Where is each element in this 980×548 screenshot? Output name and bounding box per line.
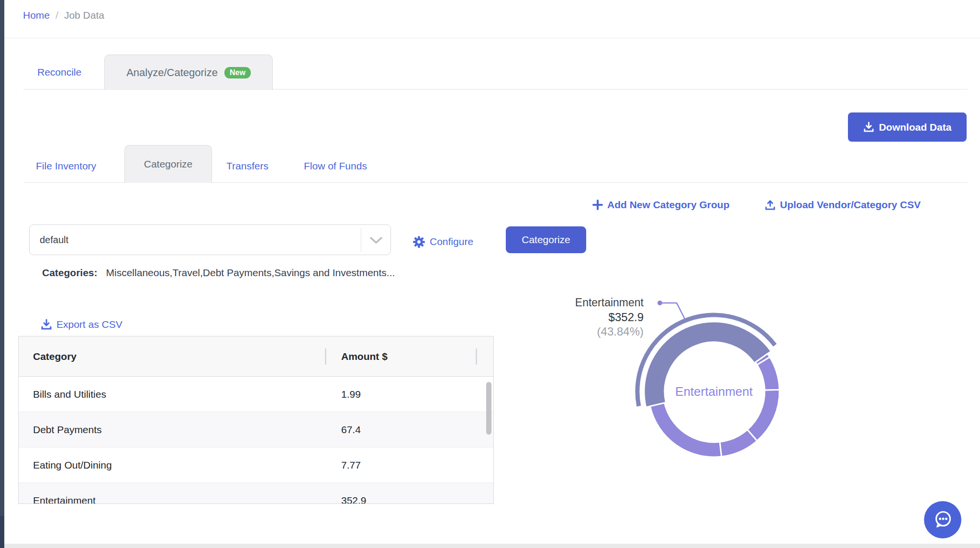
cell-category: Entertainment (33, 483, 96, 504)
callout-leader-dot (657, 301, 662, 305)
add-new-category-group-link[interactable]: Add New Category Group (592, 196, 730, 213)
cell-category: Bills and Utilities (33, 377, 106, 412)
tab-analyze-categorize[interactable]: Analyze/Categorize New (104, 55, 273, 90)
callout-segment-percent: (43.84%) (597, 325, 644, 338)
categorize-button[interactable]: Categorize (506, 226, 586, 253)
column-resize-handle[interactable] (476, 348, 477, 365)
chat-bubble-icon (932, 509, 953, 530)
table-row: Debt Payments67.4 (19, 412, 493, 447)
download-data-button[interactable]: Download Data (848, 112, 967, 142)
cell-category: Debt Payments (33, 412, 102, 447)
header-divider (4, 38, 980, 38)
donut-segment[interactable] (720, 430, 757, 457)
tab-analyze-categorize-label: Analyze/Categorize (126, 67, 218, 79)
category-amount-table: Category Amount $ Bills and Utilities1.9… (18, 336, 494, 504)
table-row: Entertainment352.9 (19, 482, 493, 504)
table-row: Bills and Utilities1.99 (19, 377, 493, 412)
cell-category: Eating Out/Dining (33, 447, 112, 482)
category-donut-chart: Entertainment $352.9 (43.84%) Entertainm… (546, 280, 823, 491)
upload-vendor-category-csv-link[interactable]: Upload Vendor/Category CSV (765, 196, 921, 213)
tab-file-inventory[interactable]: File Inventory (36, 149, 96, 183)
column-header-amount: Amount $ (341, 336, 388, 377)
table-body: Bills and Utilities1.99Debt Payments67.4… (19, 377, 493, 504)
breadcrumb-current: Job Data (64, 10, 104, 21)
export-csv-link[interactable]: Export as CSV (41, 316, 122, 333)
tab-transfers[interactable]: Transfers (226, 149, 268, 183)
configure-link[interactable]: Configure (412, 233, 473, 250)
categories-label: Categories: (42, 267, 98, 278)
table-row: Eating Out/Dining7.77 (19, 447, 493, 482)
gear-icon (412, 235, 425, 248)
chat-button[interactable] (924, 501, 961, 538)
left-edge-strip-lower (0, 516, 4, 548)
categories-summary: Categories:Miscellaneous,Travel,Debt Pay… (42, 267, 395, 279)
chevron-down-icon[interactable] (369, 236, 383, 245)
column-header-category: Category (33, 336, 77, 377)
category-group-select-value: default (40, 235, 68, 246)
category-group-select[interactable]: default (29, 224, 391, 255)
categories-value: Miscellaneous,Travel,Debt Payments,Savin… (106, 267, 395, 278)
callout-segment-value: $352.9 (609, 311, 644, 324)
upload-icon (765, 200, 776, 211)
new-badge: New (224, 67, 251, 78)
cell-amount: 7.77 (341, 447, 361, 482)
select-divider (361, 228, 361, 252)
donut-segment[interactable] (650, 403, 722, 457)
table-scrollbar-thumb[interactable] (486, 382, 491, 435)
plus-icon (592, 200, 603, 210)
page: Home / Job Data Reconcile Analyze/Catego… (0, 0, 980, 548)
breadcrumb-separator: / (56, 10, 58, 21)
breadcrumb-home-link[interactable]: Home (23, 10, 50, 21)
cell-amount: 352.9 (341, 483, 367, 504)
tab-reconcile[interactable]: Reconcile (37, 55, 81, 89)
table-header: Category Amount $ (19, 336, 493, 377)
donut-center-label: Entertainment (675, 384, 753, 399)
cell-amount: 67.4 (341, 412, 361, 447)
download-icon (41, 319, 52, 330)
tab-flow-of-funds[interactable]: Flow of Funds (304, 149, 367, 183)
breadcrumb: Home / Job Data (23, 10, 104, 21)
tab-categorize[interactable]: Categorize (124, 145, 212, 183)
left-edge-strip (0, 0, 4, 548)
donut-segment[interactable] (757, 357, 780, 390)
bottom-edge-strip (0, 544, 980, 548)
callout-leader-line (662, 303, 686, 322)
column-resize-handle[interactable] (325, 348, 326, 365)
cell-amount: 1.99 (341, 377, 361, 412)
download-icon (863, 122, 874, 133)
callout-segment-name: Entertainment (575, 296, 644, 309)
